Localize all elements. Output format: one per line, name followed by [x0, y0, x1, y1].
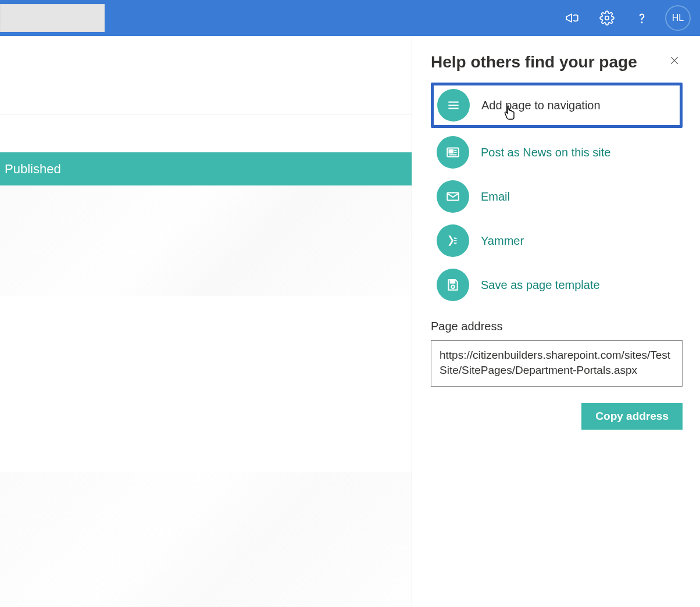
copy-address-label: Copy address — [595, 410, 669, 422]
panel-header: Help others find your page — [431, 52, 683, 72]
avatar-initials: HL — [672, 13, 684, 23]
published-status-bar: Published — [0, 152, 412, 185]
option-label: Add page to navigation — [481, 99, 601, 112]
gear-icon[interactable] — [593, 4, 621, 32]
option-label: Yammer — [481, 234, 524, 248]
panel-title: Help others find your page — [431, 53, 637, 72]
svg-rect-13 — [451, 280, 455, 283]
page-address-field[interactable]: https://citizenbuilders.sharepoint.com/s… — [431, 340, 683, 387]
svg-point-1 — [641, 22, 642, 23]
news-icon — [437, 136, 469, 169]
svg-rect-8 — [449, 150, 453, 153]
published-label: Published — [5, 162, 61, 177]
option-email[interactable]: Email — [431, 174, 683, 219]
page-address-label: Page address — [431, 320, 683, 333]
svg-point-0 — [605, 16, 609, 20]
svg-point-14 — [451, 285, 454, 288]
mail-icon — [437, 180, 469, 213]
page-address-value: https://citizenbuilders.sharepoint.com/s… — [440, 349, 670, 376]
copy-address-button[interactable]: Copy address — [581, 403, 683, 430]
help-panel: Help others find your page Add page to n… — [412, 36, 700, 607]
background-decoration — [0, 185, 412, 296]
background-decoration — [0, 472, 412, 607]
option-save-template[interactable]: Save as page template — [431, 263, 683, 307]
hamburger-icon — [437, 89, 470, 122]
divider — [0, 115, 412, 115]
yammer-icon — [437, 224, 469, 257]
megaphone-icon[interactable] — [558, 4, 586, 32]
option-label: Email — [481, 190, 510, 203]
top-bar: HL — [0, 0, 700, 36]
search-placeholder-box[interactable] — [0, 4, 105, 32]
option-yammer[interactable]: Yammer — [431, 219, 683, 263]
close-icon[interactable] — [666, 52, 683, 72]
option-post-as-news[interactable]: Post as News on this site — [431, 130, 683, 174]
option-add-to-navigation[interactable]: Add page to navigation — [431, 83, 683, 128]
option-label: Post as News on this site — [481, 146, 610, 159]
main-content: Published — [0, 36, 412, 607]
save-icon — [437, 269, 469, 301]
help-icon[interactable] — [628, 4, 656, 32]
avatar[interactable]: HL — [665, 5, 691, 31]
option-label: Save as page template — [481, 278, 600, 292]
